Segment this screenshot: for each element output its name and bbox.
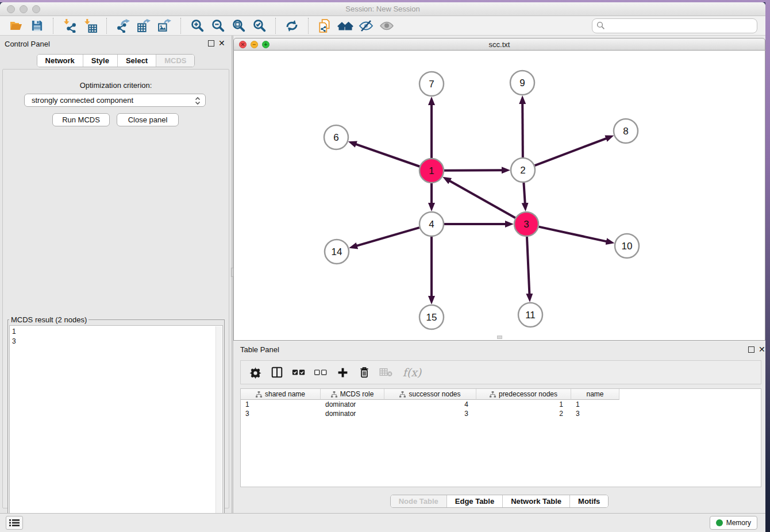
svg-text:2: 2 (520, 165, 525, 176)
run-mcds-button[interactable]: Run MCDS (52, 113, 110, 126)
cell-predecessor-nodes[interactable]: 1 (476, 400, 571, 409)
tab-mcds[interactable]: MCDS (156, 55, 194, 67)
tab-edge-table[interactable]: Edge Table (447, 495, 503, 507)
network-window-titlebar: ✕ − + scc.txt (233, 38, 765, 51)
import-network-icon[interactable] (61, 18, 78, 34)
node-table: shared name MCDS role successor nodes pr… (240, 388, 761, 487)
zoom-selected-icon[interactable] (251, 18, 267, 34)
mcds-result-text[interactable]: 1 3 (12, 327, 214, 532)
cell-successor-nodes[interactable]: 4 (384, 400, 476, 409)
close-table-panel-icon[interactable]: ✕ (759, 345, 765, 353)
duplicate-network-icon[interactable] (317, 18, 333, 34)
home-icon[interactable] (337, 18, 353, 34)
column-header-successor-nodes[interactable]: successor nodes (384, 389, 476, 400)
add-column-icon[interactable] (334, 364, 351, 381)
tab-network-table[interactable]: Network Table (503, 495, 570, 507)
graph-edge-3-10[interactable] (538, 227, 606, 242)
memory-button[interactable]: Memory (710, 516, 757, 530)
float-table-panel-icon[interactable] (748, 346, 754, 353)
tab-style[interactable]: Style (83, 55, 118, 67)
function-builder-button[interactable]: f(x) (399, 364, 425, 381)
table-panel-header: Table Panel ✕ (233, 342, 765, 357)
main-toolbar (0, 16, 765, 36)
close-panel-button[interactable]: Close panel (117, 113, 179, 126)
graph-edge-1-6[interactable] (356, 144, 419, 167)
graph-edge-3-11[interactable] (527, 237, 529, 294)
open-session-icon[interactable] (8, 18, 24, 34)
task-history-button[interactable] (6, 516, 23, 530)
cell-predecessor-nodes[interactable]: 2 (476, 409, 571, 418)
graph-edge-3-1[interactable] (449, 181, 515, 218)
tab-node-table[interactable]: Node Table (391, 495, 447, 507)
app-window: Session: New Session (0, 2, 765, 532)
search-input[interactable] (592, 18, 757, 33)
export-image-icon[interactable] (156, 18, 172, 34)
cell-successor-nodes[interactable]: 3 (384, 409, 476, 418)
graph-node-10[interactable]: 10 (615, 234, 639, 258)
table-row[interactable]: 3dominator323 (241, 409, 761, 418)
cell-shared-name[interactable]: 1 (241, 400, 321, 409)
settings-gear-icon[interactable] (247, 364, 264, 381)
window-title: Session: New Session (0, 5, 765, 13)
graph-node-7[interactable]: 7 (419, 72, 444, 96)
graph-node-2[interactable]: 2 (511, 158, 535, 182)
graph-edge-2-8[interactable] (535, 138, 607, 165)
hide-selected-icon[interactable] (358, 18, 374, 34)
column-label: predecessor nodes (499, 390, 557, 398)
table-row[interactable]: 1dominator411 (241, 400, 761, 409)
import-table-icon[interactable] (82, 18, 98, 34)
graph-edge-4-14[interactable] (357, 228, 419, 246)
split-panel-icon[interactable] (268, 364, 286, 381)
cell-name[interactable]: 3 (571, 409, 619, 418)
graph-edge-2-3[interactable] (523, 183, 525, 203)
cell-mcds-role[interactable]: dominator (321, 400, 384, 409)
graph-edge-2-9[interactable] (522, 103, 523, 157)
close-panel-icon[interactable]: ✕ (218, 39, 225, 47)
cell-mcds-role[interactable]: dominator (321, 409, 384, 418)
function-builder-label: f(x) (403, 366, 422, 379)
graph-node-9[interactable]: 9 (510, 71, 534, 95)
tab-motifs[interactable]: Motifs (570, 495, 608, 507)
column-header-mcds-role[interactable]: MCDS role (321, 389, 384, 400)
graph-edge-1-2[interactable] (444, 170, 502, 171)
delete-table-icon[interactable] (378, 364, 395, 381)
optimization-criterion-select[interactable]: strongly connected component (24, 94, 206, 107)
graph-node-6[interactable]: 6 (324, 125, 348, 149)
graph-node-14[interactable]: 14 (325, 240, 349, 264)
column-header-shared-name[interactable]: shared name (241, 389, 321, 400)
mcds-result-scrollbar[interactable] (215, 326, 222, 532)
zoom-fit-icon[interactable] (230, 18, 247, 34)
network-graph[interactable]: 7968124314101511 (234, 51, 765, 340)
graph-node-8[interactable]: 8 (614, 119, 638, 143)
mcds-panel-body: Optimization criterion: strongly connect… (2, 69, 229, 508)
column-header-name[interactable]: name (571, 389, 619, 400)
apply-layout-icon[interactable] (284, 18, 300, 34)
zoom-in-icon[interactable] (189, 18, 205, 34)
column-header-predecessor-nodes[interactable]: predecessor nodes (476, 389, 571, 400)
delete-column-icon[interactable] (356, 364, 373, 381)
graph-node-1[interactable]: 1 (419, 159, 444, 183)
save-session-icon[interactable] (29, 18, 45, 34)
network-resize-grip[interactable] (497, 336, 502, 339)
float-panel-icon[interactable] (208, 40, 214, 47)
tab-network[interactable]: Network (37, 55, 83, 67)
cell-shared-name[interactable]: 3 (241, 409, 321, 418)
graph-node-11[interactable]: 11 (518, 303, 542, 327)
export-network-icon[interactable] (115, 18, 131, 34)
deselect-all-icon[interactable] (312, 364, 329, 381)
network-canvas[interactable]: 7968124314101511 (233, 51, 765, 341)
svg-text:3: 3 (523, 219, 529, 230)
show-all-icon[interactable] (379, 18, 395, 34)
tab-select[interactable]: Select (118, 55, 156, 67)
cell-name[interactable]: 1 (571, 400, 619, 409)
zoom-out-icon[interactable] (210, 18, 226, 34)
svg-text:4: 4 (429, 219, 434, 230)
graph-node-3[interactable]: 3 (514, 212, 538, 236)
node-table-body: 1dominator4113dominator323 (241, 400, 761, 418)
export-table-icon[interactable] (136, 18, 152, 34)
svg-text:14: 14 (332, 246, 342, 257)
graph-node-4[interactable]: 4 (419, 212, 444, 236)
graph-node-15[interactable]: 15 (419, 305, 444, 329)
tree-icon (331, 391, 337, 398)
select-all-icon[interactable] (290, 364, 307, 381)
